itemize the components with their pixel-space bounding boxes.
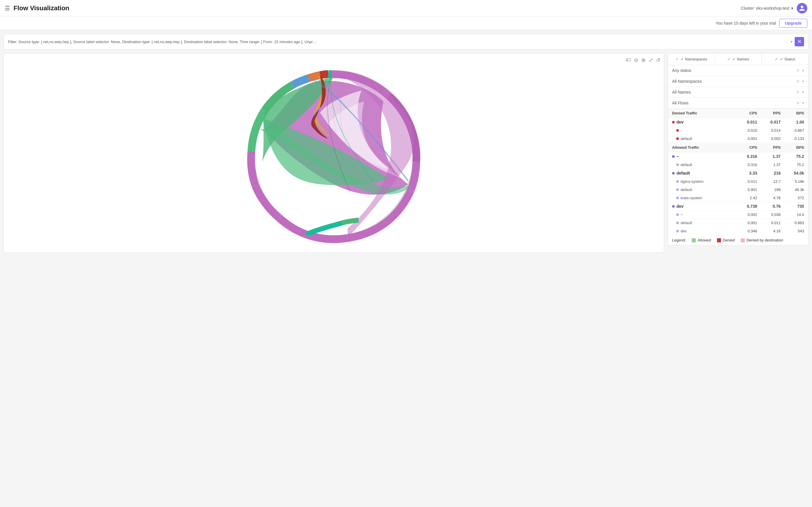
denied-label: Denied: [723, 238, 735, 242]
row-name: default: [677, 171, 690, 175]
status-dropdown-label: Any status: [672, 68, 796, 73]
pps-value: 0.038: [757, 213, 780, 217]
table-row[interactable]: tigera-system 0.011 12.7 5.18k: [668, 177, 808, 186]
trial-message: You have 10 days left in your trial: [715, 21, 776, 25]
table-row[interactable]: dev 0.011 0.017 1.00: [668, 118, 808, 126]
allowed-traffic-title: Allowed Traffic: [672, 145, 734, 150]
cps-value: 0.011: [734, 179, 757, 184]
cps-value: 3.33: [734, 171, 757, 175]
bps-value: 735: [780, 204, 804, 209]
status-dot: [676, 196, 679, 199]
status-dot: [676, 163, 679, 166]
chord-visualization: [7, 64, 660, 249]
table-row[interactable]: − 0.316 1.37 75.2: [668, 152, 808, 161]
status-dot: [676, 222, 679, 224]
zoom-in-icon[interactable]: ⊕: [641, 57, 646, 63]
flows-dropdown[interactable]: All Flows ✕ ▾: [668, 98, 808, 108]
pps-value: 4.16: [757, 229, 780, 233]
status-dot: [672, 172, 675, 175]
pps-value: 5.76: [757, 204, 780, 209]
menu-icon[interactable]: ☰: [5, 5, 10, 12]
chord-toolbar: 🏷 ⊖ ⊕ ⤢ ↺: [7, 57, 660, 63]
bps-value: 543: [780, 229, 804, 233]
chord-diagram-panel: 🏷 ⊖ ⊕ ⤢ ↺: [3, 53, 664, 252]
clear-icon[interactable]: ✕: [796, 90, 800, 95]
expand-icon[interactable]: ⤢: [649, 57, 653, 63]
status-dot: [676, 230, 679, 232]
table-row[interactable]: default 0.001 0.011 0.883: [668, 219, 808, 227]
main-content: 🏷 ⊖ ⊕ ⤢ ↺: [0, 53, 812, 256]
pps-value: 1.37: [757, 154, 780, 159]
denied-traffic-title: Denied Traffic: [672, 111, 734, 115]
chevron-down-icon[interactable]: ▾: [802, 68, 804, 73]
status-dot: [676, 137, 679, 140]
filter-close-button[interactable]: ✕: [795, 37, 804, 46]
tag-icon[interactable]: 🏷: [626, 57, 631, 63]
chevron-down-icon: ▾: [791, 6, 793, 11]
status-dot: [676, 188, 679, 191]
table-row[interactable]: default 0.901 199 48.3k: [668, 186, 808, 194]
avatar[interactable]: [797, 3, 807, 13]
status-dot: [676, 129, 679, 132]
pps-value: 0.017: [757, 120, 780, 124]
allowed-label: Allowed: [698, 238, 711, 242]
check-icon: ✓: [775, 57, 778, 61]
denied-pps-header: PPS: [757, 111, 780, 115]
pps-value: 199: [757, 187, 780, 192]
filter-bar: Filter: Source type: [ net,ns,wep,hep ],…: [3, 34, 809, 50]
bps-value: 48.3k: [780, 187, 804, 192]
table-row[interactable]: dev 0.738 5.76 735: [668, 202, 808, 211]
upgrade-button[interactable]: Upgrade: [779, 19, 807, 27]
cps-value: 2.42: [734, 196, 757, 200]
names-dropdown[interactable]: All Names ✕ ▾: [668, 87, 808, 98]
allowed-pps-header: PPS: [757, 145, 780, 150]
status-dot: [672, 205, 675, 208]
trial-bar: You have 10 days left in your trial Upgr…: [0, 16, 812, 30]
filter-expand-icon[interactable]: ▾: [791, 40, 792, 44]
pps-value: 4.78: [757, 196, 780, 200]
filter-text: Filter: Source type: [ net,ns,wep,hep ],…: [8, 40, 788, 44]
tab-namespaces[interactable]: ✓ ✓ Namespaces: [668, 53, 715, 65]
chevron-down-icon[interactable]: ▾: [802, 79, 804, 83]
table-row[interactable]: default 0.316 1.37 75.2: [668, 161, 808, 169]
pps-value: 216: [757, 171, 780, 175]
row-name: −: [681, 213, 683, 217]
chevron-down-icon[interactable]: ▾: [802, 90, 804, 95]
bps-value: 14.4: [780, 213, 804, 217]
bps-value: 0.867: [780, 128, 804, 133]
pps-value: 12.7: [757, 179, 780, 184]
bps-value: 0.883: [780, 221, 804, 225]
clear-icon[interactable]: ✕: [796, 101, 800, 105]
reset-icon[interactable]: ↺: [656, 57, 660, 63]
header: ☰ Flow Visualization Cluster: eks-worksh…: [0, 0, 812, 16]
namespaces-dropdown-label: All Namespaces: [672, 79, 796, 83]
chevron-down-icon[interactable]: ▾: [802, 101, 804, 105]
bps-value: 75.2: [780, 163, 804, 167]
table-row[interactable]: dev 0.346 4.16 543: [668, 227, 808, 235]
zoom-out-icon[interactable]: ⊖: [634, 57, 638, 63]
status-dropdown[interactable]: Any status ✕ ▾: [668, 65, 808, 76]
legend-allowed: Allowed: [692, 238, 711, 242]
table-row[interactable]: - 0.010 0.014 0.867: [668, 126, 808, 135]
legend-label: Legend:: [672, 238, 686, 242]
check-icon: ✓: [727, 57, 731, 61]
table-row[interactable]: default 0.001 0.002 0.133: [668, 135, 808, 143]
tab-status[interactable]: ✓ ✓ Status: [762, 53, 808, 65]
row-name: dev: [681, 229, 687, 233]
namespaces-dropdown[interactable]: All Namespaces ✕ ▾: [668, 76, 808, 87]
flows-dropdown-label: All Flows: [672, 101, 796, 105]
table-row[interactable]: − 0.002 0.038 14.4: [668, 211, 808, 219]
pps-value: 0.002: [757, 136, 780, 141]
right-panel: ✓ ✓ Namespaces ✓ ✓ Names ✓ ✓ Status Any …: [668, 53, 809, 252]
cluster-label: Cluster: eks-workshop-test: [741, 6, 790, 11]
clear-icon[interactable]: ✕: [796, 68, 800, 73]
table-row[interactable]: kube-system 2.42 4.78 572: [668, 194, 808, 202]
row-name: -: [681, 128, 682, 133]
cluster-selector[interactable]: Cluster: eks-workshop-test ▾: [741, 6, 793, 11]
tab-names[interactable]: ✓ ✓ Names: [715, 53, 762, 65]
clear-icon[interactable]: ✕: [796, 79, 800, 83]
bps-value: 5.18k: [780, 179, 804, 184]
cps-value: 0.010: [734, 128, 757, 133]
table-row[interactable]: default 3.33 216 54.0k: [668, 169, 808, 177]
legend-bar: Legend: Allowed Denied Denied by destina…: [668, 235, 809, 245]
